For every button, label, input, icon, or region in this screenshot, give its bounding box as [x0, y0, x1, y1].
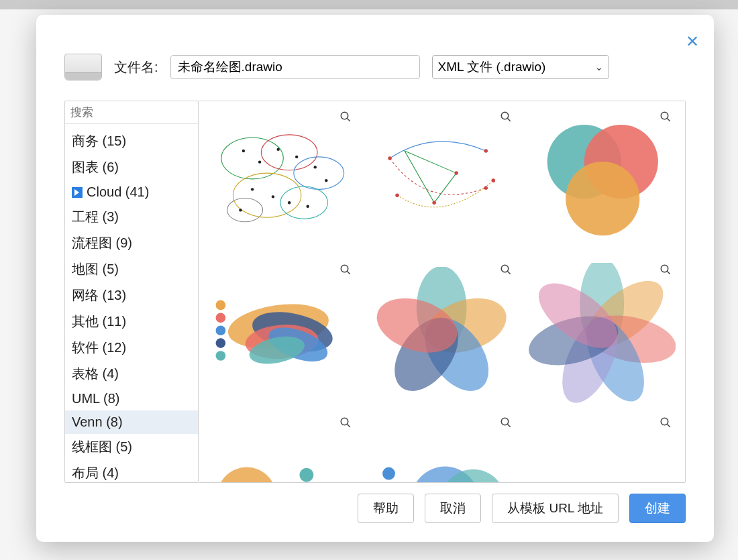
category-item[interactable]: 工程 (3) — [65, 204, 198, 230]
svg-point-63 — [341, 418, 349, 425]
dialog-body: 商务 (15)图表 (6)Cloud (41)工程 (3)流程图 (9)地图 (… — [36, 101, 714, 483]
magnifier-icon[interactable] — [660, 264, 672, 279]
svg-point-2 — [341, 112, 349, 119]
svg-point-34 — [566, 162, 639, 235]
svg-line-64 — [348, 424, 351, 427]
svg-point-27 — [433, 201, 437, 205]
category-item[interactable]: 网络 (13) — [65, 282, 198, 309]
category-label: 线框图 (5) — [72, 439, 132, 454]
svg-point-11 — [258, 160, 261, 163]
template-tile[interactable] — [528, 108, 676, 253]
svg-point-18 — [288, 201, 291, 204]
template-thumb — [208, 261, 356, 406]
search-row — [65, 101, 198, 124]
svg-point-15 — [325, 179, 327, 182]
svg-point-71 — [501, 418, 509, 425]
category-item[interactable]: Venn (8) — [65, 410, 198, 434]
category-item[interactable]: 软件 (12) — [65, 335, 198, 361]
template-tile[interactable] — [528, 414, 676, 483]
svg-point-13 — [295, 156, 298, 158]
template-tile[interactable] — [368, 261, 515, 406]
svg-point-28 — [396, 193, 400, 197]
filetype-select[interactable]: XML 文件 (.drawio) ⌄ — [432, 55, 609, 79]
magnifier-icon[interactable] — [660, 416, 672, 432]
svg-point-20 — [239, 209, 242, 211]
svg-point-38 — [216, 313, 226, 323]
magnifier-icon[interactable] — [339, 264, 352, 279]
magnifier-icon[interactable] — [660, 111, 672, 126]
create-button[interactable]: 创建 — [629, 494, 686, 523]
category-item[interactable]: 商务 (15) — [65, 128, 198, 154]
template-sidebar: 商务 (15)图表 (6)Cloud (41)工程 (3)流程图 (9)地图 (… — [64, 101, 199, 483]
expand-icon — [72, 187, 83, 198]
category-label: 地图 (5) — [72, 262, 119, 276]
category-label: 网络 (13) — [72, 288, 126, 302]
filetype-value: XML 文件 (.drawio) — [438, 58, 546, 76]
category-item[interactable]: UML (8) — [65, 387, 198, 410]
close-icon[interactable]: ✕ — [686, 32, 699, 51]
svg-point-26 — [455, 171, 459, 175]
svg-point-24 — [484, 149, 488, 153]
svg-point-76 — [382, 467, 395, 480]
category-item[interactable]: 表格 (4) — [65, 361, 198, 387]
template-tile[interactable] — [208, 108, 356, 253]
template-tile[interactable] — [368, 108, 515, 253]
svg-point-12 — [276, 148, 279, 151]
from-url-button[interactable]: 从模板 URL 地址 — [492, 494, 619, 523]
template-thumb — [208, 414, 356, 483]
magnifier-icon[interactable] — [500, 111, 512, 126]
category-item[interactable]: 地图 (5) — [65, 256, 198, 282]
filename-input[interactable] — [170, 55, 420, 79]
svg-point-9 — [227, 198, 263, 221]
category-label: 流程图 (9) — [72, 235, 132, 250]
category-label: 软件 (12) — [72, 340, 126, 355]
template-tile[interactable] — [208, 261, 356, 406]
dialog-header: 文件名: XML 文件 (.drawio) ⌄ — [36, 15, 714, 101]
category-item[interactable]: Cloud (41) — [65, 180, 198, 204]
svg-point-47 — [501, 265, 509, 272]
magnifier-icon[interactable] — [500, 416, 512, 432]
template-gallery — [199, 101, 686, 483]
magnifier-icon[interactable] — [339, 111, 352, 126]
svg-line-31 — [667, 118, 670, 121]
svg-point-4 — [221, 137, 284, 179]
svg-point-65 — [217, 467, 276, 483]
category-label: Venn (8) — [72, 414, 123, 429]
category-label: 其他 (11) — [72, 314, 126, 329]
svg-point-79 — [661, 418, 668, 425]
svg-point-35 — [341, 265, 349, 272]
svg-point-5 — [261, 135, 317, 170]
drive-icon — [64, 54, 102, 80]
category-label: 商务 (15) — [72, 133, 126, 148]
template-tile[interactable] — [208, 414, 356, 483]
category-item[interactable]: 布局 (4) — [65, 460, 198, 482]
svg-line-48 — [507, 271, 511, 274]
template-tile[interactable] — [528, 261, 676, 406]
svg-point-29 — [492, 178, 496, 182]
template-tile[interactable] — [368, 414, 515, 483]
template-thumb — [528, 414, 676, 483]
cancel-button[interactable]: 取消 — [425, 494, 481, 523]
svg-point-39 — [216, 325, 226, 335]
svg-line-36 — [348, 271, 351, 274]
svg-point-68 — [299, 468, 313, 482]
template-thumb — [368, 108, 515, 253]
category-item[interactable]: 流程图 (9) — [65, 230, 198, 256]
help-button[interactable]: 帮助 — [358, 494, 414, 523]
category-item[interactable]: 其他 (11) — [65, 309, 198, 335]
background-toolbar — [0, 0, 738, 9]
magnifier-icon[interactable] — [339, 416, 352, 432]
svg-point-7 — [233, 173, 301, 217]
svg-point-30 — [661, 112, 668, 119]
template-thumb — [368, 414, 515, 483]
dialog-footer: 帮助 取消 从模板 URL 地址 创建 — [36, 483, 714, 542]
category-item[interactable]: 线框图 (5) — [65, 434, 198, 460]
category-item[interactable]: 图表 (6) — [65, 154, 198, 180]
category-list: 商务 (15)图表 (6)Cloud (41)工程 (3)流程图 (9)地图 (… — [65, 124, 198, 482]
category-label: Cloud (41) — [87, 184, 149, 199]
magnifier-icon[interactable] — [500, 264, 512, 279]
search-input[interactable] — [65, 103, 218, 122]
svg-point-23 — [388, 156, 392, 160]
svg-point-40 — [216, 338, 226, 348]
template-thumb — [208, 108, 356, 253]
